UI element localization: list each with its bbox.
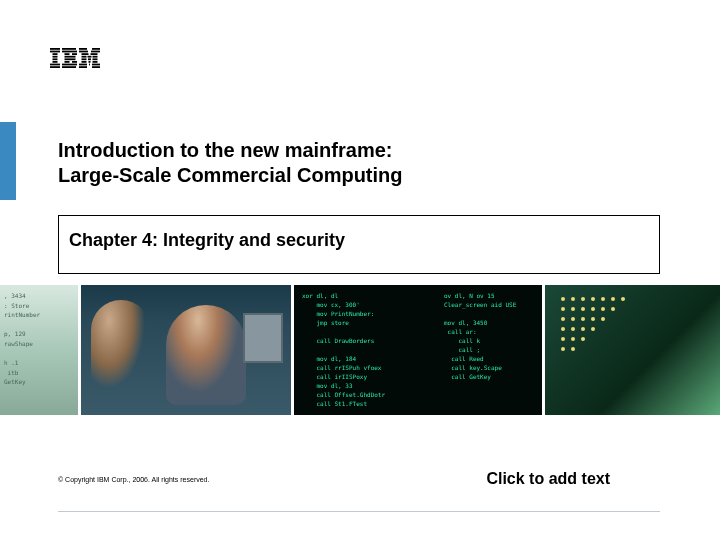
svg-rect-22 bbox=[82, 53, 89, 55]
svg-rect-33 bbox=[79, 64, 87, 66]
svg-rect-7 bbox=[50, 66, 60, 68]
svg-rect-20 bbox=[79, 51, 88, 53]
code-text-center: xor dl, dl mov cx, 300' mov PrintNumber:… bbox=[302, 291, 385, 408]
svg-rect-8 bbox=[62, 48, 76, 50]
image-strip: , 3434 : Store rintNumber p, 129 rawShap… bbox=[0, 285, 720, 415]
svg-rect-37 bbox=[92, 66, 100, 68]
svg-rect-1 bbox=[50, 51, 60, 53]
svg-rect-4 bbox=[53, 58, 58, 60]
placeholder-text[interactable]: Click to add text bbox=[486, 470, 610, 488]
svg-rect-35 bbox=[92, 64, 100, 66]
svg-rect-17 bbox=[62, 66, 76, 68]
svg-rect-28 bbox=[88, 58, 91, 60]
chapter-box: Chapter 4: Integrity and security bbox=[58, 215, 660, 274]
svg-rect-3 bbox=[53, 56, 58, 58]
people-panel bbox=[81, 285, 291, 415]
title-line-2: Large-Scale Commercial Computing bbox=[58, 163, 660, 188]
svg-rect-18 bbox=[79, 48, 87, 50]
chapter-title: Chapter 4: Integrity and security bbox=[69, 230, 649, 251]
accent-bar bbox=[0, 122, 16, 200]
code-panel-center: xor dl, dl mov cx, 300' mov PrintNumber:… bbox=[294, 285, 542, 415]
svg-rect-14 bbox=[65, 61, 70, 63]
svg-rect-10 bbox=[65, 53, 70, 55]
svg-rect-12 bbox=[65, 56, 76, 58]
copyright-text: © Copyright IBM Corp., 2006. All rights … bbox=[58, 476, 209, 483]
svg-rect-26 bbox=[93, 56, 98, 58]
svg-rect-9 bbox=[62, 51, 77, 53]
svg-rect-6 bbox=[50, 64, 60, 66]
svg-rect-0 bbox=[50, 48, 60, 50]
svg-rect-25 bbox=[88, 56, 92, 58]
svg-rect-2 bbox=[53, 53, 58, 55]
svg-rect-34 bbox=[89, 64, 90, 66]
svg-rect-21 bbox=[91, 51, 100, 53]
svg-rect-31 bbox=[89, 61, 91, 63]
ibm-logo bbox=[50, 48, 100, 68]
svg-rect-32 bbox=[93, 61, 98, 63]
svg-rect-19 bbox=[92, 48, 100, 50]
svg-rect-15 bbox=[72, 61, 77, 63]
title-line-1: Introduction to the new mainframe: bbox=[58, 138, 660, 163]
code-text-right: ov dl, N ov 15 Clear_screen aid USE mov … bbox=[444, 291, 516, 381]
svg-rect-30 bbox=[82, 61, 87, 63]
svg-rect-13 bbox=[65, 58, 76, 60]
code-text-left: , 3434 : Store rintNumber p, 129 rawShap… bbox=[4, 291, 40, 387]
svg-rect-24 bbox=[82, 56, 87, 58]
svg-rect-16 bbox=[62, 64, 77, 66]
code-panel-left: , 3434 : Store rintNumber p, 129 rawShap… bbox=[0, 285, 78, 415]
title-block: Introduction to the new mainframe: Large… bbox=[58, 138, 660, 188]
bottom-divider bbox=[58, 511, 660, 512]
svg-rect-27 bbox=[82, 58, 87, 60]
svg-rect-36 bbox=[79, 66, 87, 68]
svg-rect-29 bbox=[93, 58, 98, 60]
chip-panel bbox=[545, 285, 720, 415]
svg-rect-5 bbox=[53, 61, 58, 63]
svg-rect-23 bbox=[91, 53, 98, 55]
svg-rect-11 bbox=[72, 53, 77, 55]
